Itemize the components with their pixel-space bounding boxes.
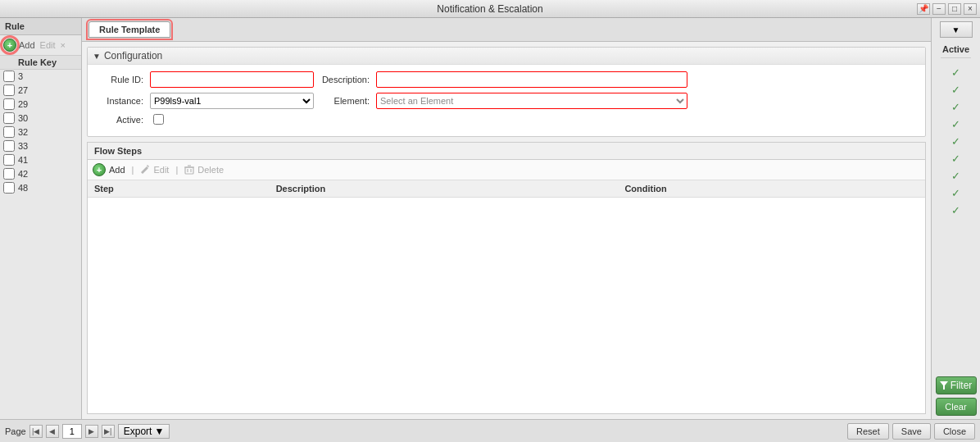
next-page-button[interactable]: ▶ [85, 425, 98, 438]
list-item[interactable]: 48 [0, 181, 81, 195]
list-item[interactable]: 42 [0, 167, 81, 181]
window-controls: 📌 − □ × [917, 3, 977, 15]
active-checks: ✓ ✓ ✓ ✓ ✓ ✓ ✓ ✓ ✓ [951, 65, 960, 218]
svg-marker-5 [940, 381, 948, 390]
row-checkbox[interactable] [3, 182, 15, 194]
config-section-label: Configuration [104, 50, 162, 62]
add-rule-label[interactable]: Add [19, 40, 35, 50]
left-panel: Rule + Add Edit × Rule Key 3 27 29 [0, 18, 82, 419]
rule-id-row: Rule ID: Description: [94, 71, 919, 88]
flow-steps-section: Flow Steps + Add | Edit | Delete [87, 142, 926, 414]
config-header[interactable]: ▼ Configuration [88, 48, 925, 65]
close-button[interactable]: Close [934, 423, 975, 440]
list-item[interactable]: 41 [0, 153, 81, 167]
center-panel: Rule Template ▼ Configuration Rule ID: D… [82, 18, 931, 419]
edit-icon [140, 165, 150, 175]
row-key: 29 [18, 99, 28, 109]
flow-steps-toolbar: + Add | Edit | Delete [88, 160, 925, 180]
row-checkbox[interactable] [3, 84, 15, 96]
step-column-header: Step [88, 180, 270, 198]
last-page-button[interactable]: ▶| [102, 425, 115, 438]
row-checkbox[interactable] [3, 98, 15, 110]
row-checkbox[interactable] [3, 126, 15, 138]
prev-page-button[interactable]: ◀ [46, 425, 59, 438]
description-label: Description: [320, 75, 370, 84]
bottom-right: Reset Save Close [847, 423, 975, 440]
element-label: Element: [320, 96, 370, 106]
filter-icon [940, 381, 948, 390]
delete-icon [184, 165, 194, 175]
pin-button[interactable]: 📌 [917, 3, 930, 15]
list-item[interactable]: 3 [0, 70, 81, 84]
condition-column-header: Condition [618, 180, 925, 198]
row-key: 3 [18, 71, 23, 81]
dropdown-arrow-button[interactable]: ▼ [940, 21, 973, 38]
left-panel-toolbar: + Add Edit × [0, 35, 81, 56]
row-key: 30 [18, 113, 28, 123]
filter-button[interactable]: Filter [936, 376, 977, 394]
list-item[interactable]: 30 [0, 112, 81, 125]
instance-select[interactable]: P99ls9-val1 [150, 93, 314, 109]
description-column-header: Description [270, 180, 619, 198]
row-checkbox[interactable] [3, 112, 15, 124]
configuration-section: ▼ Configuration Rule ID: Description: In… [87, 47, 926, 137]
first-page-button[interactable]: |◀ [29, 425, 43, 438]
row-checkbox[interactable] [3, 140, 15, 152]
rule-id-input[interactable] [150, 71, 314, 88]
tab-rule-template[interactable]: Rule Template [88, 21, 170, 38]
save-button[interactable]: Save [892, 423, 931, 440]
row-checkbox[interactable] [3, 71, 15, 82]
flow-add-button[interactable]: Add [109, 165, 125, 175]
active-check-6: ✓ [951, 151, 960, 166]
window-title: Notification & Escalation [437, 3, 542, 15]
instance-label: Instance: [94, 96, 143, 106]
rule-template-tab-bar: Rule Template [82, 18, 931, 42]
active-row: Active: [94, 114, 919, 125]
close-button[interactable]: × [964, 3, 977, 15]
clear-button[interactable]: Clear [936, 398, 977, 416]
title-bar: Notification & Escalation 📌 − □ × [0, 0, 980, 18]
active-check-4: ✓ [951, 116, 960, 132]
bottom-left: Page |◀ ◀ ▶ ▶| Export ▼ [5, 424, 170, 439]
element-select[interactable]: Select an Element [376, 93, 687, 109]
page-number-input[interactable] [62, 424, 82, 439]
active-checkbox[interactable] [153, 114, 164, 125]
bottom-bar: Page |◀ ◀ ▶ ▶| Export ▼ Reset Save Close [0, 419, 980, 442]
row-key: 33 [18, 141, 28, 151]
export-button[interactable]: Export ▼ [118, 424, 170, 439]
reset-button[interactable]: Reset [847, 423, 889, 440]
flow-steps-header: Flow Steps [88, 143, 925, 160]
minimize-button[interactable]: − [932, 3, 946, 15]
list-item[interactable]: 33 [0, 139, 81, 153]
svg-rect-0 [185, 167, 193, 174]
description-input[interactable] [376, 71, 687, 88]
rule-key-column-header: Rule Key [18, 57, 78, 67]
list-item[interactable]: 32 [0, 125, 81, 139]
active-check-5: ✓ [951, 134, 960, 149]
active-check-8: ✓ [951, 185, 960, 201]
active-check-1: ✓ [951, 65, 960, 80]
row-key: 42 [18, 169, 28, 179]
left-column-headers: Rule Key [0, 56, 81, 70]
config-body: Rule ID: Description: Instance: P99ls9-v… [88, 65, 925, 136]
row-checkbox[interactable] [3, 168, 15, 180]
flow-edit-button[interactable]: Edit [153, 165, 169, 175]
right-sidebar: ▼ Active ✓ ✓ ✓ ✓ ✓ ✓ ✓ ✓ ✓ Filter Clear [931, 18, 980, 419]
flow-delete-button[interactable]: Delete [197, 165, 224, 175]
row-key: 32 [18, 127, 28, 137]
rule-id-label: Rule ID: [94, 75, 143, 84]
add-rule-button[interactable]: + [3, 39, 16, 52]
row-checkbox[interactable] [3, 154, 15, 166]
edit-rule-label[interactable]: Edit [40, 40, 56, 50]
flow-table-container: Step Description Condition [88, 180, 925, 413]
page-label: Page [5, 426, 26, 436]
list-item[interactable]: 29 [0, 98, 81, 112]
active-column-header: Active [941, 41, 971, 58]
row-key: 41 [18, 155, 28, 165]
delete-rule-button[interactable]: × [61, 40, 66, 50]
active-label: Active: [94, 115, 143, 125]
left-rows: 3 27 29 30 32 33 [0, 70, 81, 419]
maximize-button[interactable]: □ [948, 3, 961, 15]
list-item[interactable]: 27 [0, 84, 81, 98]
flow-add-icon[interactable]: + [93, 163, 106, 176]
